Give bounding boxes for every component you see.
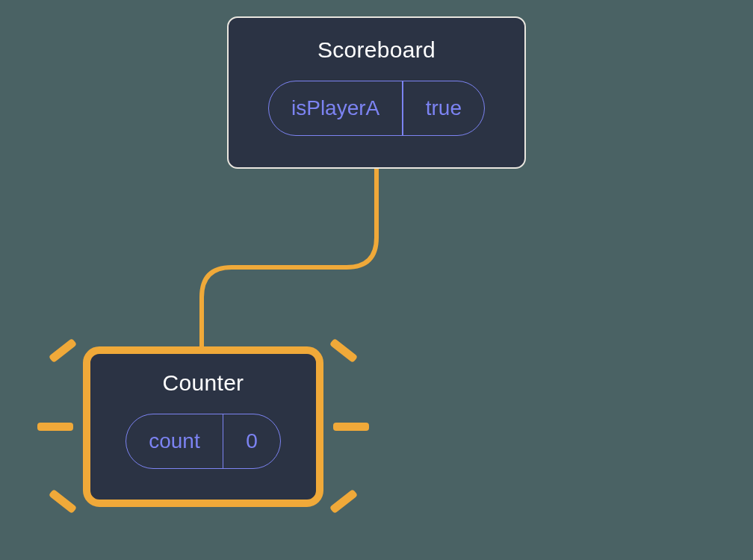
- highlight-spark: [49, 338, 77, 363]
- state-value: true: [403, 81, 484, 135]
- highlight-spark: [37, 423, 73, 431]
- node-scoreboard: Scoreboard isPlayerA true: [227, 16, 526, 169]
- node-title: Scoreboard: [317, 37, 436, 63]
- node-title: Counter: [163, 370, 244, 396]
- highlight-spark: [49, 489, 77, 514]
- state-key: count: [126, 414, 223, 468]
- state-pill: count 0: [126, 414, 281, 469]
- component-tree-diagram: Scoreboard isPlayerA true Counter count …: [0, 0, 753, 560]
- state-key: isPlayerA: [269, 81, 402, 135]
- node-counter: Counter count 0: [83, 346, 323, 507]
- highlight-spark: [333, 423, 369, 431]
- highlight-spark: [329, 489, 358, 514]
- state-pill: isPlayerA true: [268, 81, 485, 136]
- state-value: 0: [223, 414, 280, 468]
- highlight-spark: [329, 338, 358, 363]
